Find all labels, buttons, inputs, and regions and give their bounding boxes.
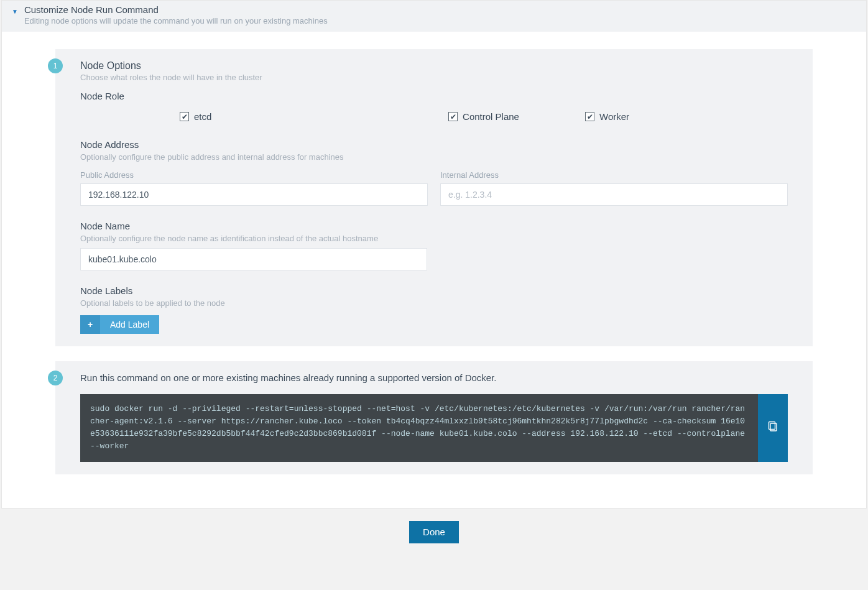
checkbox-icon[interactable]: ✔ — [180, 112, 189, 121]
page-title: Customize Node Run Command — [24, 4, 328, 15]
footer: Done — [0, 509, 868, 562]
node-options-title: Node Options — [80, 60, 788, 71]
public-address-label: Public Address — [80, 170, 428, 180]
internal-address-col: Internal Address — [440, 170, 788, 206]
node-labels-label: Node Labels — [80, 285, 788, 296]
step-run-command: 2 Run this command on one or more existi… — [55, 361, 813, 474]
panel-header: ▼ Customize Node Run Command Editing nod… — [2, 1, 866, 32]
content: 1 Node Options Choose what roles the nod… — [2, 32, 866, 496]
node-name-subtitle: Optionally configure the node name as id… — [80, 234, 788, 243]
checkbox-label: Worker — [599, 111, 629, 122]
panel-header-text: Customize Node Run Command Editing node … — [24, 4, 328, 25]
checkbox-label: Control Plane — [463, 111, 519, 122]
node-role-label: Node Role — [80, 91, 788, 101]
checkbox-icon[interactable]: ✔ — [585, 112, 594, 121]
copy-button[interactable] — [758, 394, 788, 462]
node-options-subtitle: Choose what roles the node will have in … — [80, 73, 788, 82]
node-role-worker[interactable]: ✔ Worker — [585, 111, 788, 122]
plus-icon: + — [80, 315, 100, 334]
step-node-options: 1 Node Options Choose what roles the nod… — [55, 49, 813, 346]
internal-address-label: Internal Address — [440, 170, 788, 180]
node-role-etcd[interactable]: ✔ etcd — [80, 111, 382, 122]
public-address-col: Public Address — [80, 170, 428, 206]
command-row: sudo docker run -d --privileged --restar… — [80, 394, 788, 462]
node-labels-subtitle: Optional labels to be applied to the nod… — [80, 298, 788, 308]
command-code[interactable]: sudo docker run -d --privileged --restar… — [80, 394, 758, 462]
clipboard-icon — [768, 421, 778, 435]
node-address-subtitle: Optionally configure the public address … — [80, 152, 788, 162]
checkbox-icon[interactable]: ✔ — [448, 112, 458, 121]
add-label-text: Add Label — [100, 320, 159, 330]
node-name-input[interactable] — [80, 248, 427, 270]
page-subtitle: Editing node options will update the com… — [24, 16, 328, 25]
public-address-input[interactable] — [80, 183, 428, 206]
internal-address-input[interactable] — [440, 183, 788, 206]
run-command-text: Run this command on one or more existing… — [80, 372, 788, 383]
collapse-caret-icon[interactable]: ▼ — [9, 4, 24, 15]
done-button[interactable]: Done — [409, 521, 459, 543]
node-name-label: Node Name — [80, 221, 788, 231]
node-address-row: Public Address Internal Address — [80, 170, 788, 206]
svg-rect-1 — [769, 422, 775, 430]
checkbox-label: etcd — [194, 111, 211, 122]
step-badge-1: 1 — [48, 58, 63, 73]
step-badge-2: 2 — [48, 371, 63, 385]
node-role-row: ✔ etcd ✔ Control Plane ✔ Worker — [80, 111, 788, 122]
node-address-label: Node Address — [80, 139, 788, 150]
add-label-button[interactable]: + Add Label — [80, 315, 159, 334]
node-role-controlplane[interactable]: ✔ Control Plane — [382, 111, 585, 122]
svg-rect-0 — [770, 423, 777, 431]
main-panel: ▼ Customize Node Run Command Editing nod… — [1, 0, 867, 509]
